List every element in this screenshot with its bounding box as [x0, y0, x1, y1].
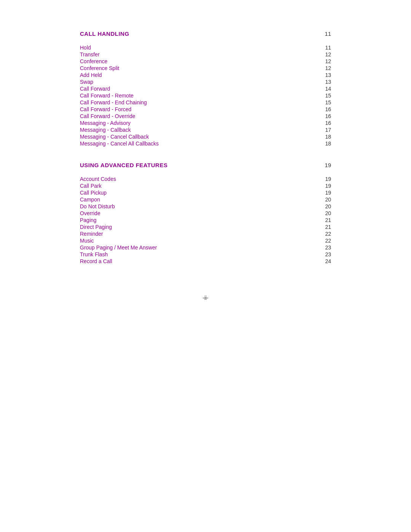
- toc-entry-label: Add Held: [80, 72, 102, 78]
- toc-entry[interactable]: Call Forward14: [80, 86, 331, 92]
- toc-entry-page: 15: [325, 93, 331, 99]
- toc-entry-label: Override: [80, 210, 100, 216]
- toc-entry-label: Messaging - Callback: [80, 127, 131, 133]
- toc-entry-page: 20: [325, 210, 331, 216]
- toc-entry-label: Paging: [80, 217, 97, 223]
- toc-entry[interactable]: Music22: [80, 238, 331, 244]
- toc-entry[interactable]: Campon20: [80, 197, 331, 203]
- toc-entry[interactable]: Direct Paging21: [80, 224, 331, 230]
- toc-entry[interactable]: Trunk Flash23: [80, 251, 331, 257]
- toc-entry-page: 16: [325, 106, 331, 112]
- section-page-using-advanced-features: 19: [325, 162, 331, 168]
- toc-entry[interactable]: Call Forward - Forced16: [80, 106, 331, 112]
- toc-entry-label: Call Forward - Remote: [80, 93, 134, 99]
- toc-entry[interactable]: Reminder22: [80, 231, 331, 237]
- toc-entry-label: Do Not Disturb: [80, 203, 115, 209]
- toc-entry[interactable]: Record a Call24: [80, 258, 331, 264]
- toc-entry-label: Campon: [80, 197, 100, 203]
- toc-entry-label: Reminder: [80, 231, 103, 237]
- toc-entry[interactable]: Call Forward - End Chaining15: [80, 99, 331, 105]
- toc-entry-label: Record a Call: [80, 258, 112, 264]
- toc-entry-page: 18: [325, 134, 331, 140]
- toc-entry-page: 12: [325, 58, 331, 64]
- toc-entries-using-advanced-features: Account Codes19Call Park19Call Pickup19C…: [80, 176, 331, 264]
- toc-entry-label: Direct Paging: [80, 224, 112, 230]
- toc-entry[interactable]: Messaging - Advisory16: [80, 120, 331, 126]
- toc-entry[interactable]: Override20: [80, 210, 331, 216]
- toc-entry[interactable]: Group Paging / Meet Me Answer23: [80, 244, 331, 251]
- toc-entry[interactable]: Call Forward - Remote15: [80, 93, 331, 99]
- toc-entry-page: 16: [325, 113, 331, 119]
- toc-entry-label: Call Forward: [80, 86, 110, 92]
- toc-entry[interactable]: Hold11: [80, 45, 331, 51]
- toc-entry[interactable]: Account Codes19: [80, 176, 331, 182]
- toc-entry[interactable]: Call Pickup19: [80, 190, 331, 196]
- toc-entry-label: Swap: [80, 79, 93, 85]
- toc-entry-label: Conference Split: [80, 65, 119, 71]
- toc-entry[interactable]: Add Held13: [80, 72, 331, 78]
- toc-entry[interactable]: Swap13: [80, 79, 331, 85]
- footer: -ii-: [80, 295, 331, 301]
- toc-entry-label: Group Paging / Meet Me Answer: [80, 244, 157, 251]
- toc-entry-label: Call Forward - Override: [80, 113, 135, 119]
- toc-entry-page: 20: [325, 197, 331, 203]
- toc-entry-page: 16: [325, 120, 331, 126]
- toc-entry-page: 12: [325, 51, 331, 58]
- toc-entry[interactable]: Messaging - Callback17: [80, 127, 331, 133]
- toc-entry-page: 22: [325, 231, 331, 237]
- toc-entries-call-handling: Hold11Transfer12Conference12Conference S…: [80, 45, 331, 147]
- toc-entry-page: 13: [325, 79, 331, 85]
- toc-entry-label: Trunk Flash: [80, 251, 108, 257]
- section-title-using-advanced-features: USING ADVANCED FEATURES: [80, 162, 167, 168]
- toc-entry-page: 23: [325, 251, 331, 257]
- toc-entry[interactable]: Paging21: [80, 217, 331, 223]
- section-header-using-advanced-features: USING ADVANCED FEATURES19: [80, 162, 331, 168]
- toc-entry-label: Call Pickup: [80, 190, 107, 196]
- toc-entry-label: Messaging - Cancel Callback: [80, 134, 149, 140]
- toc-entry-page: 21: [325, 217, 331, 223]
- toc-entry-page: 19: [325, 183, 331, 189]
- toc-entry[interactable]: Messaging - Cancel Callback18: [80, 134, 331, 140]
- toc-entry-page: 11: [325, 45, 331, 51]
- toc-entry[interactable]: Messaging - Cancel All Callbacks18: [80, 141, 331, 147]
- toc-entry-label: Music: [80, 238, 94, 244]
- toc-entry-page: 23: [325, 244, 331, 251]
- toc-entry-page: 17: [325, 127, 331, 133]
- toc-entry[interactable]: Transfer12: [80, 51, 331, 58]
- toc-entry-label: Transfer: [80, 51, 100, 58]
- toc-entry-page: 24: [325, 258, 331, 264]
- toc-entry-label: Account Codes: [80, 176, 116, 182]
- section-page-call-handling: 11: [325, 30, 331, 37]
- toc-entry-page: 22: [325, 238, 331, 244]
- toc-entry-page: 13: [325, 72, 331, 78]
- toc-entry[interactable]: Call Park19: [80, 183, 331, 189]
- toc-entry-label: Call Forward - Forced: [80, 106, 131, 112]
- toc-entry-page: 19: [325, 190, 331, 196]
- toc-entry-page: 21: [325, 224, 331, 230]
- toc-entry-label: Messaging - Cancel All Callbacks: [80, 141, 159, 147]
- toc-entry-page: 20: [325, 203, 331, 209]
- toc-entry-label: Call Park: [80, 183, 102, 189]
- toc-entry-page: 12: [325, 65, 331, 71]
- toc-entry[interactable]: Do Not Disturb20: [80, 203, 331, 209]
- toc-entry-page: 19: [325, 176, 331, 182]
- toc-entry[interactable]: Conference Split12: [80, 65, 331, 71]
- section-title-call-handling: CALL HANDLING: [80, 30, 129, 37]
- toc-entry-label: Hold: [80, 45, 91, 51]
- toc-entry-label: Call Forward - End Chaining: [80, 99, 147, 105]
- page: CALL HANDLING11Hold11Transfer12Conferenc…: [57, 0, 354, 331]
- toc-entry-label: Messaging - Advisory: [80, 120, 131, 126]
- toc-entry-page: 14: [325, 86, 331, 92]
- toc-entry[interactable]: Call Forward - Override16: [80, 113, 331, 119]
- footer-text: -ii-: [202, 295, 209, 301]
- section-header-call-handling: CALL HANDLING11: [80, 30, 331, 37]
- toc-entry-page: 18: [325, 141, 331, 147]
- toc-entry[interactable]: Conference12: [80, 58, 331, 64]
- toc-entry-label: Conference: [80, 58, 107, 64]
- toc-entry-page: 15: [325, 99, 331, 105]
